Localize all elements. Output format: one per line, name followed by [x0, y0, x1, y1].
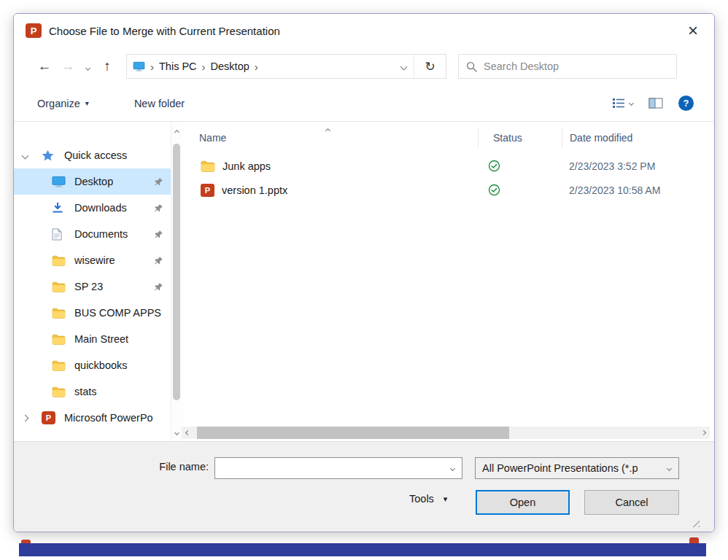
file-type-dropdown-icon[interactable]	[659, 467, 678, 470]
file-name: version 1.pptx	[222, 184, 287, 196]
dialog-footer: File name: All PowerPoint Presentations …	[14, 441, 714, 532]
navigation-pane: Quick access Desktop Downloads Documents	[14, 122, 171, 441]
pin-icon	[154, 256, 163, 265]
organize-dropdown-icon: ▾	[85, 99, 89, 107]
forward-button[interactable]: →	[56, 58, 80, 74]
folder-icon	[52, 360, 71, 371]
tools-menu[interactable]: Tools ▾	[409, 493, 447, 505]
help-button[interactable]: ?	[678, 96, 694, 111]
this-pc-icon	[133, 61, 145, 71]
dialog-titlebar: P Choose File to Merge with Current Pres…	[14, 14, 714, 47]
column-headers: Name Status Date modified	[171, 122, 714, 154]
change-view-button[interactable]	[612, 97, 633, 109]
powerpoint-icon: P	[42, 411, 61, 424]
sidebar-item-documents[interactable]: Documents	[14, 221, 171, 247]
powerpoint-icon: P	[26, 23, 42, 38]
sidebar-item-quick-access[interactable]: Quick access	[14, 142, 171, 168]
column-header-status[interactable]: Status	[478, 128, 562, 148]
tools-dropdown-icon: ▾	[444, 494, 448, 504]
downloads-icon	[52, 202, 71, 214]
dialog-title: Choose File to Merge with Current Presen…	[49, 25, 280, 37]
folder-icon	[52, 308, 71, 319]
folder-icon	[52, 334, 71, 345]
pin-icon	[154, 203, 163, 213]
documents-icon	[52, 228, 71, 241]
folder-icon	[52, 281, 71, 292]
view-dropdown-icon	[629, 101, 634, 106]
sidebar-item-sp-23[interactable]: SP 23	[14, 273, 171, 300]
file-type-value: All PowerPoint Presentations (*.p	[476, 462, 659, 474]
sidebar-item-main-street[interactable]: Main Street	[14, 326, 171, 352]
refresh-button[interactable]: ↻	[414, 55, 446, 78]
search-input[interactable]	[484, 61, 669, 72]
view-options: ?	[612, 96, 694, 111]
file-list-pane: Name Status Date modified Junk apps 2/23…	[171, 122, 714, 441]
sync-status-check-icon	[488, 160, 500, 172]
navigation-bar: ← → ↑ › This PC › Desktop › ↻	[14, 47, 714, 85]
breadcrumb: › This PC › Desktop ›	[127, 55, 393, 78]
pin-icon	[154, 282, 163, 292]
back-button[interactable]: ←	[33, 58, 56, 74]
sync-status-check-icon	[488, 184, 500, 196]
search-box[interactable]	[458, 54, 677, 79]
file-open-dialog: P Choose File to Merge with Current Pres…	[13, 13, 715, 532]
background-window-bar	[19, 543, 706, 556]
scrollbar-thumb[interactable]	[197, 427, 509, 439]
file-name-combobox[interactable]	[214, 457, 462, 479]
sidebar-item-wisewire[interactable]: wisewire	[14, 247, 171, 273]
folder-icon	[201, 160, 215, 172]
file-row-junk-apps[interactable]: Junk apps 2/23/2023 3:52 PM	[171, 154, 714, 178]
pin-icon	[154, 230, 163, 239]
breadcrumb-desktop[interactable]: Desktop	[211, 61, 249, 72]
sidebar-item-microsoft-powerpoint[interactable]: P Microsoft PowerPo	[14, 405, 171, 431]
breadcrumb-separator: ›	[202, 61, 206, 73]
list-view-icon	[612, 97, 625, 109]
sidebar-item-stats[interactable]: stats	[14, 378, 171, 405]
sidebar-item-quickbooks[interactable]: quickbooks	[14, 352, 171, 378]
pptx-file-icon: P	[201, 184, 214, 197]
sidebar-item-downloads[interactable]: Downloads	[14, 195, 171, 221]
up-button[interactable]: ↑	[96, 58, 119, 74]
address-bar[interactable]: › This PC › Desktop › ↻	[126, 54, 446, 79]
preview-pane-icon[interactable]	[648, 98, 663, 109]
scroll-left-icon[interactable]	[182, 431, 194, 435]
file-date-modified: 2/23/2023 3:52 PM	[562, 160, 714, 172]
breadcrumb-this-pc[interactable]: This PC	[159, 61, 197, 72]
pin-icon	[154, 177, 163, 187]
file-name-label: File name:	[131, 461, 209, 472]
scroll-right-icon[interactable]	[697, 431, 710, 435]
organize-menu[interactable]: Organize ▾	[37, 98, 89, 109]
file-date-modified: 2/23/2023 10:58 AM	[562, 184, 714, 196]
column-header-date-modified[interactable]: Date modified	[562, 128, 714, 148]
horizontal-scrollbar[interactable]	[182, 427, 710, 439]
chevron-right-icon[interactable]	[23, 416, 42, 421]
file-type-dropdown[interactable]: All PowerPoint Presentations (*.p	[475, 457, 679, 479]
scrollbar-track[interactable]	[194, 427, 697, 439]
folder-icon	[52, 255, 71, 266]
command-bar: Organize ▾ New folder ?	[14, 85, 714, 122]
address-dropdown-icon[interactable]	[393, 55, 414, 78]
resize-grip[interactable]	[692, 519, 700, 527]
quick-access-star-icon	[42, 149, 61, 161]
breadcrumb-separator: ›	[150, 61, 154, 73]
history-dropdown-icon[interactable]	[80, 60, 96, 73]
folder-icon	[52, 386, 71, 397]
cancel-button[interactable]: Cancel	[584, 490, 679, 515]
file-name: Junk apps	[222, 160, 271, 172]
breadcrumb-separator: ›	[255, 61, 258, 73]
dialog-content: Quick access Desktop Downloads Documents	[14, 122, 714, 441]
file-row-version-1-pptx[interactable]: P version 1.pptx 2/23/2023 10:58 AM	[171, 178, 714, 202]
chevron-down-icon[interactable]	[23, 153, 42, 158]
file-name-input[interactable]	[215, 458, 443, 478]
search-icon	[466, 61, 477, 72]
new-folder-button[interactable]: New folder	[134, 98, 185, 109]
sidebar-item-bus-comp-apps[interactable]: BUS COMP APPS	[14, 300, 171, 326]
file-name-dropdown-icon[interactable]	[443, 467, 462, 470]
desktop-icon	[52, 176, 71, 187]
sidebar-item-desktop[interactable]: Desktop	[14, 168, 171, 195]
sort-ascending-icon	[326, 123, 330, 135]
open-button[interactable]: Open	[476, 490, 570, 515]
close-button[interactable]: ×	[684, 22, 702, 39]
